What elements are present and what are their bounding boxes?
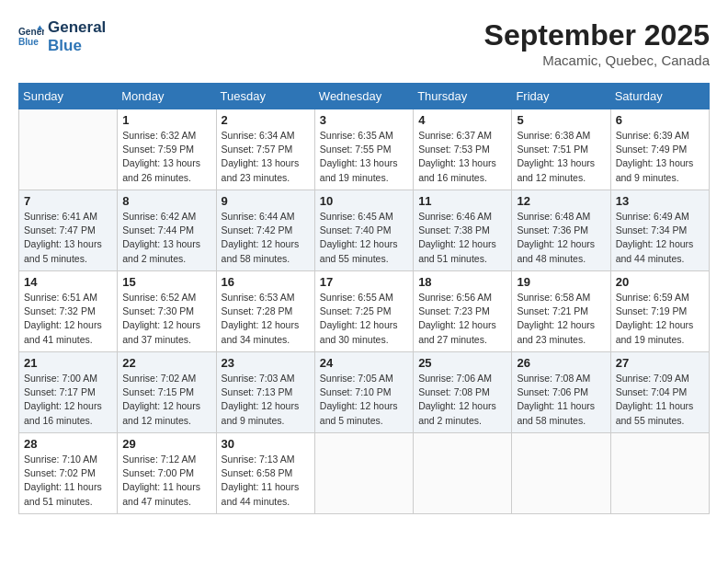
logo-icon: General Blue <box>18 24 44 50</box>
calendar-cell: 4Sunrise: 6:37 AM Sunset: 7:53 PM Daylig… <box>414 109 512 190</box>
day-number: 20 <box>616 275 704 289</box>
calendar-cell: 22Sunrise: 7:02 AM Sunset: 7:15 PM Dayli… <box>118 352 216 433</box>
day-info: Sunrise: 6:44 AM Sunset: 7:42 PM Dayligh… <box>222 210 310 266</box>
calendar-cell: 10Sunrise: 6:45 AM Sunset: 7:40 PM Dayli… <box>314 190 413 271</box>
day-info: Sunrise: 6:32 AM Sunset: 7:59 PM Dayligh… <box>122 129 210 185</box>
calendar-cell: 12Sunrise: 6:48 AM Sunset: 7:36 PM Dayli… <box>512 190 610 271</box>
day-number: 8 <box>122 194 210 208</box>
day-number: 2 <box>222 113 310 127</box>
day-info: Sunrise: 6:55 AM Sunset: 7:25 PM Dayligh… <box>320 291 408 347</box>
day-info: Sunrise: 6:52 AM Sunset: 7:30 PM Dayligh… <box>122 291 210 347</box>
day-number: 5 <box>517 113 605 127</box>
day-info: Sunrise: 7:09 AM Sunset: 7:04 PM Dayligh… <box>616 372 704 428</box>
day-info: Sunrise: 6:53 AM Sunset: 7:28 PM Dayligh… <box>222 291 310 347</box>
day-number: 24 <box>320 356 408 370</box>
calendar-week-1: 1Sunrise: 6:32 AM Sunset: 7:59 PM Daylig… <box>19 109 710 190</box>
calendar-cell: 30Sunrise: 7:13 AM Sunset: 6:58 PM Dayli… <box>216 433 314 514</box>
day-number: 3 <box>320 113 408 127</box>
day-info: Sunrise: 6:59 AM Sunset: 7:19 PM Dayligh… <box>616 291 704 347</box>
day-number: 1 <box>122 113 210 127</box>
day-info: Sunrise: 6:41 AM Sunset: 7:47 PM Dayligh… <box>24 210 112 266</box>
day-number: 10 <box>320 194 408 208</box>
col-header-thursday: Thursday <box>414 84 512 109</box>
day-number: 23 <box>222 356 310 370</box>
day-number: 30 <box>222 437 310 451</box>
day-info: Sunrise: 6:37 AM Sunset: 7:53 PM Dayligh… <box>418 129 506 185</box>
day-info: Sunrise: 6:42 AM Sunset: 7:44 PM Dayligh… <box>122 210 210 266</box>
day-number: 21 <box>24 356 112 370</box>
calendar-cell: 25Sunrise: 7:06 AM Sunset: 7:08 PM Dayli… <box>414 352 512 433</box>
calendar-week-3: 14Sunrise: 6:51 AM Sunset: 7:32 PM Dayli… <box>19 271 710 352</box>
day-info: Sunrise: 7:02 AM Sunset: 7:15 PM Dayligh… <box>122 372 210 428</box>
calendar-cell <box>19 109 118 190</box>
day-info: Sunrise: 7:06 AM Sunset: 7:08 PM Dayligh… <box>418 372 506 428</box>
day-number: 12 <box>517 194 605 208</box>
calendar-header-row: SundayMondayTuesdayWednesdayThursdayFrid… <box>19 84 710 109</box>
month-title: September 2025 <box>484 18 710 52</box>
day-info: Sunrise: 6:34 AM Sunset: 7:57 PM Dayligh… <box>222 129 310 185</box>
calendar-cell: 16Sunrise: 6:53 AM Sunset: 7:28 PM Dayli… <box>216 271 314 352</box>
col-header-monday: Monday <box>118 84 216 109</box>
day-info: Sunrise: 7:08 AM Sunset: 7:06 PM Dayligh… <box>517 372 605 428</box>
day-info: Sunrise: 6:56 AM Sunset: 7:23 PM Dayligh… <box>418 291 506 347</box>
calendar-cell: 20Sunrise: 6:59 AM Sunset: 7:19 PM Dayli… <box>610 271 709 352</box>
calendar-cell: 17Sunrise: 6:55 AM Sunset: 7:25 PM Dayli… <box>314 271 413 352</box>
day-number: 18 <box>418 275 506 289</box>
calendar-cell: 15Sunrise: 6:52 AM Sunset: 7:30 PM Dayli… <box>118 271 216 352</box>
col-header-friday: Friday <box>512 84 610 109</box>
col-header-saturday: Saturday <box>610 84 709 109</box>
calendar-cell: 27Sunrise: 7:09 AM Sunset: 7:04 PM Dayli… <box>610 352 709 433</box>
calendar-cell: 9Sunrise: 6:44 AM Sunset: 7:42 PM Daylig… <box>216 190 314 271</box>
day-info: Sunrise: 6:39 AM Sunset: 7:49 PM Dayligh… <box>616 129 704 185</box>
calendar-cell: 11Sunrise: 6:46 AM Sunset: 7:38 PM Dayli… <box>414 190 512 271</box>
location-subtitle: Macamic, Quebec, Canada <box>484 52 710 68</box>
col-header-wednesday: Wednesday <box>314 84 413 109</box>
day-info: Sunrise: 6:46 AM Sunset: 7:38 PM Dayligh… <box>418 210 506 266</box>
calendar-cell: 28Sunrise: 7:10 AM Sunset: 7:02 PM Dayli… <box>19 433 118 514</box>
calendar-cell: 2Sunrise: 6:34 AM Sunset: 7:57 PM Daylig… <box>216 109 314 190</box>
day-info: Sunrise: 6:45 AM Sunset: 7:40 PM Dayligh… <box>320 210 408 266</box>
title-block: September 2025 Macamic, Quebec, Canada <box>484 18 710 68</box>
calendar-cell: 23Sunrise: 7:03 AM Sunset: 7:13 PM Dayli… <box>216 352 314 433</box>
day-number: 22 <box>122 356 210 370</box>
calendar-cell <box>512 433 610 514</box>
day-number: 26 <box>517 356 605 370</box>
calendar-cell: 3Sunrise: 6:35 AM Sunset: 7:55 PM Daylig… <box>314 109 413 190</box>
calendar-cell: 1Sunrise: 6:32 AM Sunset: 7:59 PM Daylig… <box>118 109 216 190</box>
col-header-tuesday: Tuesday <box>216 84 314 109</box>
col-header-sunday: Sunday <box>19 84 118 109</box>
day-info: Sunrise: 6:35 AM Sunset: 7:55 PM Dayligh… <box>320 129 408 185</box>
calendar-cell: 7Sunrise: 6:41 AM Sunset: 7:47 PM Daylig… <box>19 190 118 271</box>
day-number: 25 <box>418 356 506 370</box>
calendar-cell: 19Sunrise: 6:58 AM Sunset: 7:21 PM Dayli… <box>512 271 610 352</box>
calendar-cell: 24Sunrise: 7:05 AM Sunset: 7:10 PM Dayli… <box>314 352 413 433</box>
day-number: 28 <box>24 437 112 451</box>
day-number: 16 <box>222 275 310 289</box>
calendar-cell <box>610 433 709 514</box>
day-info: Sunrise: 6:48 AM Sunset: 7:36 PM Dayligh… <box>517 210 605 266</box>
page-header: General Blue General Blue September 2025… <box>18 18 710 68</box>
day-number: 7 <box>24 194 112 208</box>
calendar-cell: 21Sunrise: 7:00 AM Sunset: 7:17 PM Dayli… <box>19 352 118 433</box>
day-number: 4 <box>418 113 506 127</box>
day-info: Sunrise: 7:13 AM Sunset: 6:58 PM Dayligh… <box>222 453 310 509</box>
calendar-cell: 13Sunrise: 6:49 AM Sunset: 7:34 PM Dayli… <box>610 190 709 271</box>
day-number: 27 <box>616 356 704 370</box>
day-info: Sunrise: 6:49 AM Sunset: 7:34 PM Dayligh… <box>616 210 704 266</box>
calendar-cell: 18Sunrise: 6:56 AM Sunset: 7:23 PM Dayli… <box>414 271 512 352</box>
calendar-cell: 8Sunrise: 6:42 AM Sunset: 7:44 PM Daylig… <box>118 190 216 271</box>
day-number: 19 <box>517 275 605 289</box>
logo: General Blue General Blue <box>18 18 106 56</box>
day-info: Sunrise: 7:12 AM Sunset: 7:00 PM Dayligh… <box>122 453 210 509</box>
calendar-week-4: 21Sunrise: 7:00 AM Sunset: 7:17 PM Dayli… <box>19 352 710 433</box>
day-info: Sunrise: 7:05 AM Sunset: 7:10 PM Dayligh… <box>320 372 408 428</box>
day-number: 17 <box>320 275 408 289</box>
day-number: 29 <box>122 437 210 451</box>
day-info: Sunrise: 7:03 AM Sunset: 7:13 PM Dayligh… <box>222 372 310 428</box>
day-info: Sunrise: 7:00 AM Sunset: 7:17 PM Dayligh… <box>24 372 112 428</box>
calendar-cell: 6Sunrise: 6:39 AM Sunset: 7:49 PM Daylig… <box>610 109 709 190</box>
logo-text-blue: Blue <box>48 37 106 55</box>
calendar-week-5: 28Sunrise: 7:10 AM Sunset: 7:02 PM Dayli… <box>19 433 710 514</box>
calendar-cell: 26Sunrise: 7:08 AM Sunset: 7:06 PM Dayli… <box>512 352 610 433</box>
day-number: 9 <box>222 194 310 208</box>
